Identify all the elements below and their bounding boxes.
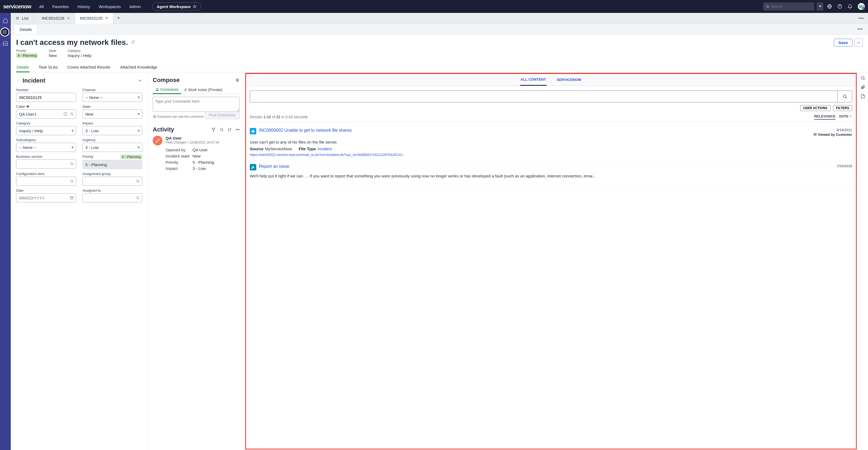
state-select[interactable]: New▾ <box>83 109 143 119</box>
globe-icon[interactable] <box>826 2 834 10</box>
nav-workspaces[interactable]: Workspaces <box>95 2 124 11</box>
close-icon[interactable]: × <box>67 16 70 21</box>
tab-inc0010125[interactable]: INC0010125 × <box>75 13 113 24</box>
document-icon[interactable] <box>861 94 865 99</box>
nav-admin[interactable]: Admin <box>126 2 145 11</box>
category-label: Category <box>16 121 76 125</box>
record-header: I can't access my network files. Save ⋯ … <box>11 34 868 72</box>
category-select[interactable]: Inquiry / Help▾ <box>16 126 76 135</box>
tab-inc0010126[interactable]: INC0010126 × <box>37 13 75 24</box>
rtab-coveo[interactable]: Coveo Attached Results <box>67 63 111 72</box>
save-button[interactable]: Save <box>834 39 852 46</box>
results-search-input[interactable] <box>250 91 838 102</box>
impact-select[interactable]: 3 - Low▾ <box>83 126 143 135</box>
sliders-icon[interactable] <box>235 78 240 82</box>
results-tab-servicenow[interactable]: SERVICENOW <box>556 74 582 85</box>
calendar-icon[interactable] <box>70 196 74 200</box>
svg-point-10 <box>3 31 3 31</box>
paperclip-icon[interactable] <box>861 85 865 90</box>
search-dropdown[interactable] <box>816 2 824 10</box>
nav-favorites[interactable]: Favorites <box>49 2 73 11</box>
add-tab-button[interactable]: + <box>113 15 124 21</box>
subtabs-more-button[interactable]: ••• <box>853 27 868 31</box>
nav-history[interactable]: History <box>74 2 94 11</box>
user-avatar[interactable]: QU <box>858 3 865 10</box>
info-icon[interactable] <box>63 112 67 116</box>
chevron-down-icon <box>849 115 852 118</box>
assigngrp-input[interactable] <box>83 176 143 186</box>
compose-tab-comments[interactable]: Comments <box>153 86 181 94</box>
search-icon[interactable] <box>136 196 140 200</box>
rtab-knowledge[interactable]: Attached Knowledge <box>120 63 158 72</box>
global-search-input[interactable] <box>771 4 811 9</box>
eye-icon <box>813 132 817 136</box>
bell-icon[interactable] <box>846 2 854 10</box>
search-icon[interactable] <box>70 179 74 183</box>
result-description: We'll help put it right if we can. ... I… <box>250 174 852 178</box>
channel-label: Channel <box>83 88 143 92</box>
date-input[interactable] <box>16 193 76 202</box>
form-menu-icon[interactable]: ⋮ <box>16 78 20 83</box>
more-actions-button[interactable]: ⋯ <box>855 38 863 46</box>
chevron-up-icon[interactable] <box>138 78 142 83</box>
agent-workspace-button[interactable]: Agent Workspace <box>152 2 201 11</box>
logo: servicenow <box>3 3 31 10</box>
sort-relevance[interactable]: RELEVANCE <box>814 114 835 120</box>
sort-date[interactable]: DATE <box>839 114 852 120</box>
subcategory-label: Subcategory <box>16 138 76 142</box>
search-icon[interactable] <box>861 75 865 81</box>
search-icon[interactable] <box>70 162 74 166</box>
post-comments-button[interactable]: Post Comments <box>205 111 240 119</box>
rtab-details[interactable]: Details <box>16 63 30 72</box>
search-icon <box>766 5 769 8</box>
config-input[interactable] <box>16 176 76 186</box>
svg-point-24 <box>70 180 72 182</box>
number-label: Number <box>16 88 76 92</box>
svg-point-50 <box>814 134 815 135</box>
date-label: Date <box>16 188 76 192</box>
more-icon[interactable]: ••• <box>236 127 240 132</box>
assignedto-input[interactable] <box>83 193 143 202</box>
svg-point-37 <box>236 79 237 79</box>
subtab-details[interactable]: Details <box>14 25 38 34</box>
nav-all[interactable]: All <box>35 2 48 11</box>
results-search-button[interactable] <box>838 91 852 102</box>
number-input[interactable] <box>16 93 76 102</box>
result-title-link[interactable]: INC0000002 Unable to get to network file… <box>259 128 813 136</box>
bizservice-input[interactable] <box>16 159 76 168</box>
tabs-more-button[interactable]: ••• <box>855 16 868 21</box>
list-icon <box>16 17 19 20</box>
list-pill-icon[interactable] <box>0 27 9 37</box>
filters-button[interactable]: FILTERS <box>833 105 852 111</box>
search-icon[interactable] <box>219 127 224 132</box>
compose-tab-worknotes[interactable]: Work notes (Private) <box>181 86 225 94</box>
comment-textarea[interactable] <box>153 97 240 112</box>
filter-icon[interactable] <box>211 127 216 132</box>
result-date: 9/14/2021 <box>813 128 852 132</box>
tag-icon[interactable] <box>131 40 135 44</box>
caller-input[interactable]: QA User1 <box>16 109 76 119</box>
help-icon[interactable] <box>836 2 844 10</box>
meta-priority-label: Priority <box>16 49 38 53</box>
page-title: I can't access my network files. <box>16 38 128 47</box>
filetype-link[interactable]: Incident <box>317 147 332 151</box>
result-url[interactable]: https://ven02522.service-now.com/nav_to.… <box>250 153 852 157</box>
caret-down-icon: ▾ <box>71 128 74 133</box>
rtab-slas[interactable]: Task SLAs <box>38 63 58 72</box>
close-icon[interactable]: × <box>105 15 108 21</box>
tab-list[interactable]: List <box>11 13 33 24</box>
result-title-link[interactable]: Report an Issue <box>259 164 837 170</box>
search-icon[interactable] <box>70 112 74 116</box>
global-search[interactable] <box>763 2 814 10</box>
urgency-select[interactable]: 3 - Low▾ <box>83 143 143 152</box>
inbox-icon[interactable] <box>2 40 9 47</box>
home-icon[interactable] <box>2 17 9 24</box>
channel-select[interactable]: -- None --▾ <box>83 93 143 102</box>
results-tab-all[interactable]: ALL CONTENT <box>520 74 547 86</box>
search-icon[interactable] <box>136 179 140 183</box>
activity-avatar <box>153 136 162 146</box>
compose-title: Compose <box>153 76 235 84</box>
subcategory-select[interactable]: -- None --▾ <box>16 143 76 152</box>
user-actions-button[interactable]: USER ACTIONS <box>800 105 830 111</box>
sort-icon[interactable] <box>227 127 232 132</box>
